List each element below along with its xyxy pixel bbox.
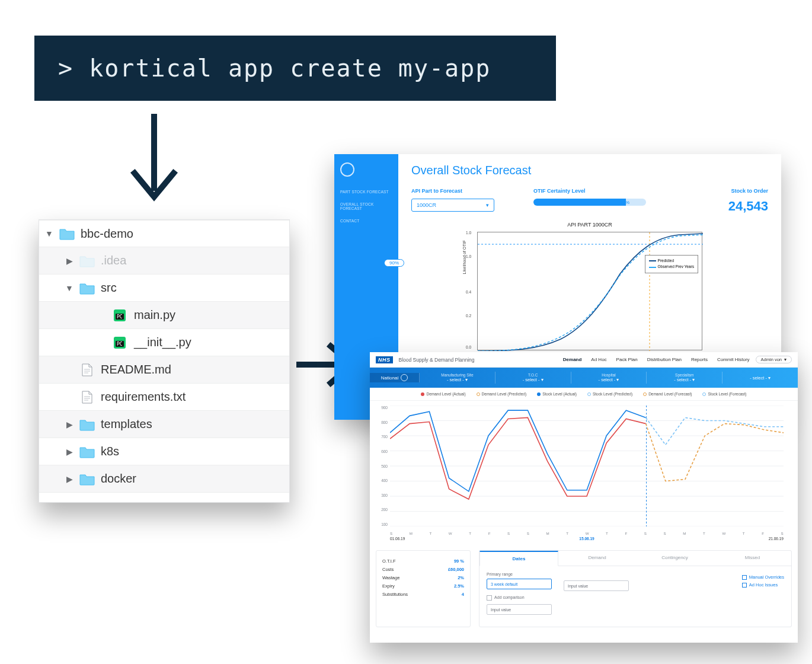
tab-contingency[interactable]: Contingency [636, 551, 714, 566]
add-comparison-label: Add comparison [494, 595, 525, 599]
filter-national[interactable]: National [370, 373, 420, 382]
xtick: T [429, 531, 431, 535]
sidebar-item-overall-stock[interactable]: OVERALL STOCK FORECAST [340, 202, 392, 210]
filter-toc[interactable]: T.O.C - select - ▾ [495, 372, 571, 384]
edit-icon [742, 575, 747, 580]
filter-extra[interactable]: - select - ▾ [723, 374, 798, 382]
xtick: F [625, 531, 627, 535]
app-title: Blood Supply & Demand Planning [399, 357, 475, 363]
legend-item: Stock Level (Predicted) [593, 392, 632, 396]
kpi-label: Substitutions [382, 592, 408, 597]
tab-dates[interactable]: Dates [479, 551, 558, 566]
input-placeholder: Input value [491, 608, 511, 612]
filter-head: Manufacturing Site [420, 373, 495, 377]
tertiary-input[interactable]: Input value [487, 604, 552, 615]
primary-range-value: 3 week default [491, 582, 517, 586]
tree-folder-docker[interactable]: ▶ docker [39, 465, 289, 493]
tree-file-main-py[interactable]: ▶ PC main.py [39, 302, 289, 329]
terminal-command-bar: > kortical app create my-app [34, 36, 556, 101]
checkbox-add-comparison[interactable] [487, 595, 492, 601]
xtick: T [606, 531, 608, 535]
kpi-value: 2% [458, 575, 464, 580]
tree-folder-src[interactable]: ▼ src [39, 274, 289, 302]
legend-item: Observed Prev Years [658, 264, 694, 269]
axis-date-mid: 15.06.19 [579, 537, 594, 541]
tree-file-init-py[interactable]: ▶ PC __init__.py [39, 329, 289, 356]
nav-distribution[interactable]: Distribution Plan [647, 357, 682, 362]
link-label: Manual Overrides [749, 574, 784, 580]
tree-label: docker [101, 472, 136, 486]
nav-packplan[interactable]: Pack Plan [616, 357, 638, 362]
xb-ticks: S M T W T F S S M T W T F S S M T W T F … [370, 531, 798, 535]
link-label: Ad Hoc Issues [749, 582, 778, 588]
filter-hospital[interactable]: Hospital - select - ▾ [571, 372, 647, 384]
filter-bar: National Manufacturing Site - select - ▾… [370, 368, 798, 388]
kpi-value: £60,000 [448, 567, 464, 572]
nav-reports[interactable]: Reports [691, 357, 708, 362]
kpi-label: Wastage [382, 575, 399, 580]
tree-file-requirements[interactable]: ▶ requirements.txt [39, 384, 289, 411]
part-select[interactable]: 1000CR ▾ [411, 199, 494, 212]
xtick: F [488, 531, 491, 535]
chart-a-area: 90% API PART 1000CR Likelihood of OTIF Q… [411, 232, 768, 350]
document-icon [79, 391, 95, 404]
nav-commit[interactable]: Commit History [717, 357, 750, 362]
xtick: T [703, 531, 705, 535]
dashboard-nhs-demand: NHS Blood Supply & Demand Planning Deman… [370, 352, 798, 643]
field-label-otif: OTIF Certainty Level [533, 188, 646, 194]
tree-folder-idea[interactable]: ▶ .idea [39, 247, 289, 274]
ytick: 600 [375, 449, 388, 454]
chevron-right-icon: ▶ [65, 448, 73, 456]
chevron-down-icon: ▾ [541, 377, 544, 382]
link-adhoc-issues[interactable]: Ad Hoc Issues [742, 582, 784, 588]
filter-head: Specialism [647, 373, 722, 377]
axis-date-end: 21.06.19 [769, 537, 784, 541]
legend-item: Demand Level (Forecast) [648, 392, 692, 396]
folder-icon [59, 227, 75, 240]
nav-adhoc[interactable]: Ad Hoc [591, 357, 606, 362]
folder-icon [79, 473, 95, 486]
tab-demand[interactable]: Demand [558, 551, 636, 566]
folder-icon [79, 282, 95, 295]
ytick: 0.2 [466, 314, 471, 318]
sidebar-item-part-stock[interactable]: PART STOCK FORECAST [340, 190, 392, 194]
filter-specialism[interactable]: Specialism - select - ▾ [647, 372, 723, 384]
ytick: 800 [375, 420, 388, 424]
slider-value: 90% [620, 200, 629, 205]
legend-item: Predicted [658, 258, 674, 263]
filter-value: - select - [447, 377, 464, 382]
xtick: T [743, 531, 745, 535]
tree-file-readme[interactable]: ▶ README.md [39, 356, 289, 384]
tree-folder-templates[interactable]: ▶ templates [39, 411, 289, 438]
secondary-input[interactable]: Input value [564, 580, 629, 591]
terminal-command-text: > kortical app create my-app [58, 55, 491, 82]
kpi-label: Costs [382, 567, 394, 572]
chevron-right-icon: ▶ [65, 420, 73, 429]
xtick: F [762, 531, 764, 535]
tree-label: __init__.py [134, 336, 191, 349]
link-manual-overrides[interactable]: Manual Overrides [742, 574, 784, 580]
nhs-logo: NHS [376, 356, 393, 363]
ytick: 300 [375, 493, 388, 497]
xtick: W [722, 531, 725, 535]
chevron-down-icon: ▾ [616, 377, 619, 382]
right-links: Manual Overrides Ad Hoc Issues [742, 572, 784, 615]
tree-label: .idea [101, 254, 126, 267]
stock-to-order-value: 24,543 [670, 199, 768, 214]
tree-folder-bbc-demo[interactable]: ▼ bbc-demo [39, 220, 289, 247]
user-menu[interactable]: Admin von ▾ [756, 356, 792, 363]
filter-manufacturing[interactable]: Manufacturing Site - select - ▾ [420, 372, 495, 384]
chevron-down-icon: ▾ [465, 377, 468, 382]
tree-label: README.md [101, 363, 171, 376]
edit-icon [742, 583, 747, 588]
primary-range-select[interactable]: 3 week default [487, 579, 552, 589]
tree-folder-k8s[interactable]: ▶ k8s [39, 438, 289, 465]
chart-legend: Predicted Observed Prev Years [645, 255, 698, 273]
chart-b-area: 900 800 700 600 500 400 300 200 100 [370, 401, 798, 531]
sidebar-item-contact[interactable]: CONTACT [340, 219, 392, 223]
field-label-part: API Part to Forecast [411, 188, 510, 194]
input-placeholder: Input value [568, 584, 588, 588]
tab-missed[interactable]: Missed [714, 551, 791, 566]
nav-demand[interactable]: Demand [563, 357, 582, 362]
chevron-down-icon: ▼ [65, 284, 73, 292]
